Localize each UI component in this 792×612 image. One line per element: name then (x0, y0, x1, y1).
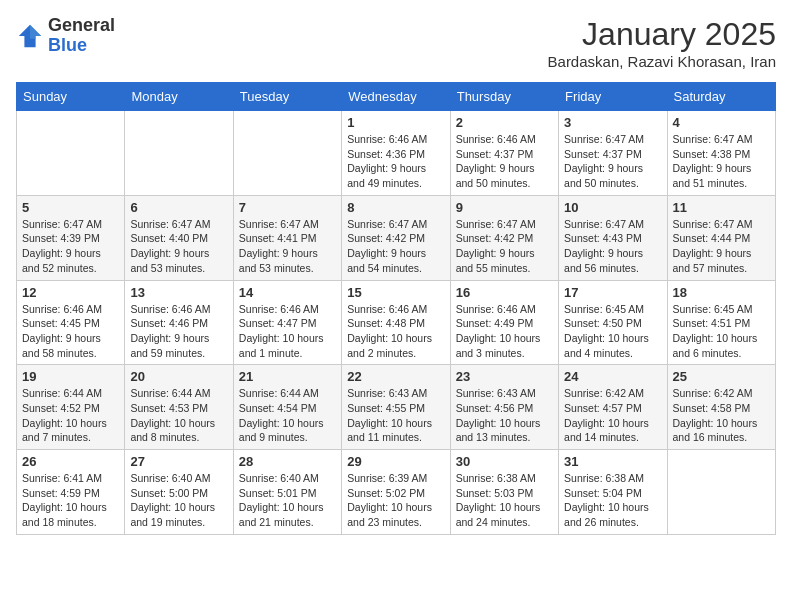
calendar-cell: 7Sunrise: 6:47 AM Sunset: 4:41 PM Daylig… (233, 195, 341, 280)
svg-marker-1 (30, 25, 41, 39)
weekday-header-sunday: Sunday (17, 83, 125, 111)
calendar-cell (125, 111, 233, 196)
day-info: Sunrise: 6:46 AM Sunset: 4:48 PM Dayligh… (347, 302, 444, 361)
calendar-cell (233, 111, 341, 196)
day-number: 14 (239, 285, 336, 300)
calendar-week-3: 12Sunrise: 6:46 AM Sunset: 4:45 PM Dayli… (17, 280, 776, 365)
day-info: Sunrise: 6:47 AM Sunset: 4:42 PM Dayligh… (456, 217, 553, 276)
day-info: Sunrise: 6:45 AM Sunset: 4:51 PM Dayligh… (673, 302, 770, 361)
day-number: 12 (22, 285, 119, 300)
day-number: 26 (22, 454, 119, 469)
logo-text: General Blue (48, 16, 115, 56)
day-number: 19 (22, 369, 119, 384)
day-number: 21 (239, 369, 336, 384)
calendar-table: SundayMondayTuesdayWednesdayThursdayFrid… (16, 82, 776, 535)
calendar-cell: 11Sunrise: 6:47 AM Sunset: 4:44 PM Dayli… (667, 195, 775, 280)
calendar-cell: 14Sunrise: 6:46 AM Sunset: 4:47 PM Dayli… (233, 280, 341, 365)
day-number: 8 (347, 200, 444, 215)
day-info: Sunrise: 6:46 AM Sunset: 4:49 PM Dayligh… (456, 302, 553, 361)
day-info: Sunrise: 6:46 AM Sunset: 4:37 PM Dayligh… (456, 132, 553, 191)
day-info: Sunrise: 6:41 AM Sunset: 4:59 PM Dayligh… (22, 471, 119, 530)
day-number: 4 (673, 115, 770, 130)
calendar-cell: 22Sunrise: 6:43 AM Sunset: 4:55 PM Dayli… (342, 365, 450, 450)
day-number: 6 (130, 200, 227, 215)
calendar-title: January 2025 (548, 16, 776, 53)
day-number: 10 (564, 200, 661, 215)
calendar-week-4: 19Sunrise: 6:44 AM Sunset: 4:52 PM Dayli… (17, 365, 776, 450)
weekday-header-friday: Friday (559, 83, 667, 111)
day-info: Sunrise: 6:47 AM Sunset: 4:41 PM Dayligh… (239, 217, 336, 276)
logo-blue-text: Blue (48, 36, 115, 56)
day-number: 31 (564, 454, 661, 469)
day-number: 1 (347, 115, 444, 130)
calendar-cell: 1Sunrise: 6:46 AM Sunset: 4:36 PM Daylig… (342, 111, 450, 196)
calendar-cell: 12Sunrise: 6:46 AM Sunset: 4:45 PM Dayli… (17, 280, 125, 365)
day-number: 11 (673, 200, 770, 215)
day-number: 16 (456, 285, 553, 300)
calendar-cell: 17Sunrise: 6:45 AM Sunset: 4:50 PM Dayli… (559, 280, 667, 365)
weekday-header-monday: Monday (125, 83, 233, 111)
calendar-cell: 5Sunrise: 6:47 AM Sunset: 4:39 PM Daylig… (17, 195, 125, 280)
day-info: Sunrise: 6:46 AM Sunset: 4:47 PM Dayligh… (239, 302, 336, 361)
day-number: 23 (456, 369, 553, 384)
day-number: 17 (564, 285, 661, 300)
day-info: Sunrise: 6:42 AM Sunset: 4:58 PM Dayligh… (673, 386, 770, 445)
calendar-cell: 21Sunrise: 6:44 AM Sunset: 4:54 PM Dayli… (233, 365, 341, 450)
day-info: Sunrise: 6:43 AM Sunset: 4:56 PM Dayligh… (456, 386, 553, 445)
day-number: 22 (347, 369, 444, 384)
day-info: Sunrise: 6:38 AM Sunset: 5:04 PM Dayligh… (564, 471, 661, 530)
title-block: January 2025 Bardaskan, Razavi Khorasan,… (548, 16, 776, 70)
calendar-cell: 29Sunrise: 6:39 AM Sunset: 5:02 PM Dayli… (342, 450, 450, 535)
day-info: Sunrise: 6:43 AM Sunset: 4:55 PM Dayligh… (347, 386, 444, 445)
day-info: Sunrise: 6:44 AM Sunset: 4:53 PM Dayligh… (130, 386, 227, 445)
calendar-week-1: 1Sunrise: 6:46 AM Sunset: 4:36 PM Daylig… (17, 111, 776, 196)
day-number: 20 (130, 369, 227, 384)
calendar-cell: 20Sunrise: 6:44 AM Sunset: 4:53 PM Dayli… (125, 365, 233, 450)
page-header: General Blue January 2025 Bardaskan, Raz… (16, 16, 776, 70)
weekday-header-row: SundayMondayTuesdayWednesdayThursdayFrid… (17, 83, 776, 111)
day-info: Sunrise: 6:46 AM Sunset: 4:45 PM Dayligh… (22, 302, 119, 361)
day-number: 5 (22, 200, 119, 215)
calendar-cell (17, 111, 125, 196)
day-number: 2 (456, 115, 553, 130)
day-info: Sunrise: 6:44 AM Sunset: 4:52 PM Dayligh… (22, 386, 119, 445)
calendar-cell: 26Sunrise: 6:41 AM Sunset: 4:59 PM Dayli… (17, 450, 125, 535)
day-info: Sunrise: 6:45 AM Sunset: 4:50 PM Dayligh… (564, 302, 661, 361)
day-number: 27 (130, 454, 227, 469)
calendar-cell: 27Sunrise: 6:40 AM Sunset: 5:00 PM Dayli… (125, 450, 233, 535)
calendar-cell (667, 450, 775, 535)
calendar-cell: 2Sunrise: 6:46 AM Sunset: 4:37 PM Daylig… (450, 111, 558, 196)
logo: General Blue (16, 16, 115, 56)
calendar-cell: 30Sunrise: 6:38 AM Sunset: 5:03 PM Dayli… (450, 450, 558, 535)
day-info: Sunrise: 6:47 AM Sunset: 4:43 PM Dayligh… (564, 217, 661, 276)
day-number: 9 (456, 200, 553, 215)
calendar-cell: 3Sunrise: 6:47 AM Sunset: 4:37 PM Daylig… (559, 111, 667, 196)
day-number: 30 (456, 454, 553, 469)
day-info: Sunrise: 6:42 AM Sunset: 4:57 PM Dayligh… (564, 386, 661, 445)
day-info: Sunrise: 6:38 AM Sunset: 5:03 PM Dayligh… (456, 471, 553, 530)
weekday-header-tuesday: Tuesday (233, 83, 341, 111)
day-info: Sunrise: 6:47 AM Sunset: 4:44 PM Dayligh… (673, 217, 770, 276)
calendar-cell: 13Sunrise: 6:46 AM Sunset: 4:46 PM Dayli… (125, 280, 233, 365)
logo-general-text: General (48, 16, 115, 36)
calendar-cell: 24Sunrise: 6:42 AM Sunset: 4:57 PM Dayli… (559, 365, 667, 450)
calendar-cell: 15Sunrise: 6:46 AM Sunset: 4:48 PM Dayli… (342, 280, 450, 365)
weekday-header-saturday: Saturday (667, 83, 775, 111)
calendar-cell: 31Sunrise: 6:38 AM Sunset: 5:04 PM Dayli… (559, 450, 667, 535)
calendar-cell: 19Sunrise: 6:44 AM Sunset: 4:52 PM Dayli… (17, 365, 125, 450)
day-number: 24 (564, 369, 661, 384)
calendar-cell: 8Sunrise: 6:47 AM Sunset: 4:42 PM Daylig… (342, 195, 450, 280)
calendar-cell: 23Sunrise: 6:43 AM Sunset: 4:56 PM Dayli… (450, 365, 558, 450)
day-info: Sunrise: 6:40 AM Sunset: 5:00 PM Dayligh… (130, 471, 227, 530)
weekday-header-wednesday: Wednesday (342, 83, 450, 111)
day-info: Sunrise: 6:40 AM Sunset: 5:01 PM Dayligh… (239, 471, 336, 530)
day-number: 25 (673, 369, 770, 384)
calendar-cell: 28Sunrise: 6:40 AM Sunset: 5:01 PM Dayli… (233, 450, 341, 535)
calendar-week-5: 26Sunrise: 6:41 AM Sunset: 4:59 PM Dayli… (17, 450, 776, 535)
logo-icon (16, 22, 44, 50)
calendar-cell: 10Sunrise: 6:47 AM Sunset: 4:43 PM Dayli… (559, 195, 667, 280)
calendar-subtitle: Bardaskan, Razavi Khorasan, Iran (548, 53, 776, 70)
day-info: Sunrise: 6:44 AM Sunset: 4:54 PM Dayligh… (239, 386, 336, 445)
day-info: Sunrise: 6:46 AM Sunset: 4:46 PM Dayligh… (130, 302, 227, 361)
calendar-cell: 16Sunrise: 6:46 AM Sunset: 4:49 PM Dayli… (450, 280, 558, 365)
